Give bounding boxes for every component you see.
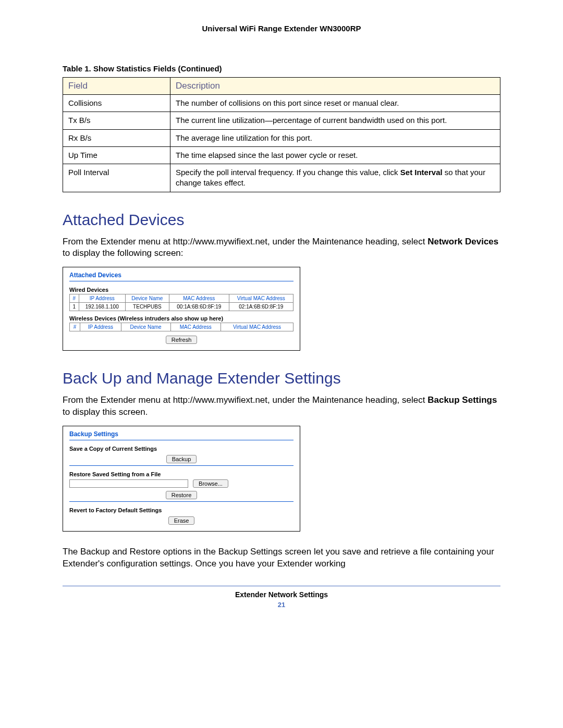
cell-vmac: 02:1A:6B:6D:8F:19 bbox=[229, 303, 293, 311]
wireless-devices-table: # IP Address Device Name MAC Address Vir… bbox=[69, 323, 293, 331]
para-prefix: From the Extender menu at http://www.myw… bbox=[63, 237, 427, 246]
panel-title: Backup Settings bbox=[69, 430, 293, 438]
divider bbox=[69, 281, 293, 281]
divider bbox=[69, 465, 293, 466]
refresh-button[interactable]: Refresh bbox=[166, 336, 198, 344]
wired-devices-table: # IP Address Device Name MAC Address Vir… bbox=[69, 294, 293, 311]
para-backup: From the Extender menu at http://www.myw… bbox=[63, 394, 500, 418]
revert-label: Revert to Factory Default Settings bbox=[69, 507, 293, 513]
col-name: Device Name bbox=[125, 294, 169, 303]
para-bold: Network Devices bbox=[427, 237, 498, 246]
col-num: # bbox=[70, 294, 79, 303]
table-row: 1 192.168.1.100 TECHPUBS 00:1A:6B:6D:8F:… bbox=[70, 303, 293, 311]
para-suffix: to display the following screen: bbox=[63, 248, 183, 258]
th-description: Description bbox=[170, 78, 500, 95]
cell-desc: The number of collisions on this port si… bbox=[170, 95, 500, 112]
table-row: Collisions The number of collisions on t… bbox=[63, 95, 500, 112]
cell-field: Up Time bbox=[63, 146, 170, 164]
col-vmac: Virtual MAC Address bbox=[221, 323, 293, 331]
col-mac: MAC Address bbox=[170, 323, 221, 331]
restore-button[interactable]: Restore bbox=[166, 491, 198, 499]
backup-settings-panel: Backup Settings Save a Copy of Current S… bbox=[63, 426, 300, 532]
cell-num: 1 bbox=[70, 303, 79, 311]
cell-field: Collisions bbox=[63, 95, 170, 112]
restore-file-input[interactable] bbox=[69, 479, 188, 488]
cell-field: Rx B/s bbox=[63, 129, 170, 146]
backup-button[interactable]: Backup bbox=[166, 455, 197, 463]
table-row: Up Time The time elapsed since the last … bbox=[63, 146, 500, 164]
para-attached-devices: From the Extender menu at http://www.myw… bbox=[63, 236, 500, 260]
wired-devices-label: Wired Devices bbox=[69, 287, 293, 293]
erase-button[interactable]: Erase bbox=[168, 516, 195, 525]
cell-desc: Specify the poll interval frequency. If … bbox=[170, 164, 500, 192]
table-caption: Table 1. Show Statistics Fields (Continu… bbox=[63, 64, 500, 73]
panel-title: Attached Devices bbox=[69, 272, 293, 279]
col-ip: IP Address bbox=[80, 323, 121, 331]
table-row: Poll Interval Specify the poll interval … bbox=[63, 164, 500, 192]
divider bbox=[69, 501, 293, 502]
cell-mac: 00:1A:6B:6D:8F:19 bbox=[169, 303, 229, 311]
cell-ip: 192.168.1.100 bbox=[79, 303, 125, 311]
footer-rule bbox=[63, 586, 500, 586]
footer-page-number: 21 bbox=[63, 601, 500, 609]
heading-backup: Back Up and Manage Extender Settings bbox=[63, 369, 500, 387]
cell-desc-prefix: Specify the poll interval frequency. If … bbox=[176, 168, 400, 177]
cell-name: TECHPUBS bbox=[125, 303, 169, 311]
para-bold: Backup Settings bbox=[427, 395, 497, 405]
closing-paragraph: The Backup and Restore options in the Ba… bbox=[63, 546, 500, 570]
document-header: Universal WiFi Range Extender WN3000RP bbox=[63, 24, 500, 33]
th-field: Field bbox=[63, 78, 170, 95]
cell-field: Poll Interval bbox=[63, 164, 170, 192]
para-suffix: to display this screen. bbox=[63, 407, 148, 417]
col-num: # bbox=[70, 323, 80, 331]
browse-button[interactable]: Browse... bbox=[193, 479, 228, 488]
save-copy-label: Save a Copy of Current Settings bbox=[69, 446, 293, 452]
wireless-devices-label: Wireless Devices (Wireless intruders als… bbox=[69, 315, 293, 322]
table-row: Tx B/s The current line utilization—perc… bbox=[63, 112, 500, 129]
cell-desc: The current line utilization—percentage … bbox=[170, 112, 500, 129]
table-row: Rx B/s The average line utilization for … bbox=[63, 129, 500, 146]
cell-desc-bold: Set Interval bbox=[400, 168, 443, 177]
col-mac: MAC Address bbox=[169, 294, 229, 303]
heading-attached-devices: Attached Devices bbox=[63, 211, 500, 229]
cell-desc: The time elapsed since the last power cy… bbox=[170, 146, 500, 164]
col-vmac: Virtual MAC Address bbox=[229, 294, 293, 303]
cell-field: Tx B/s bbox=[63, 112, 170, 129]
divider bbox=[69, 440, 293, 440]
statistics-table: Field Description Collisions The number … bbox=[63, 77, 500, 192]
attached-devices-panel: Attached Devices Wired Devices # IP Addr… bbox=[63, 267, 300, 351]
cell-desc: The average line utilization for this po… bbox=[170, 129, 500, 146]
footer-title: Extender Network Settings bbox=[63, 590, 500, 599]
restore-label: Restore Saved Setting from a File bbox=[69, 471, 293, 477]
para-prefix: From the Extender menu at http://www.myw… bbox=[63, 395, 427, 405]
col-ip: IP Address bbox=[79, 294, 125, 303]
col-name: Device Name bbox=[121, 323, 170, 331]
